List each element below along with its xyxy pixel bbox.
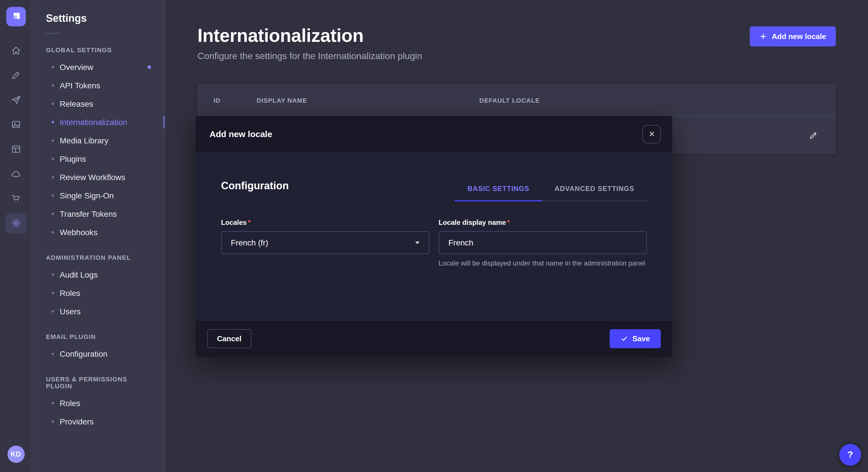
save-button-label: Save bbox=[632, 334, 650, 343]
display-name-label: Locale display name* bbox=[439, 218, 647, 227]
chevron-down-icon bbox=[414, 239, 421, 246]
tab-advanced-settings[interactable]: ADVANCED SETTINGS bbox=[542, 178, 647, 201]
close-icon[interactable] bbox=[642, 125, 661, 143]
help-button[interactable]: ? bbox=[839, 444, 861, 466]
locales-label: Locales* bbox=[221, 218, 429, 227]
locale-form: Locales* French (fr) Locale display name… bbox=[221, 218, 647, 268]
modal-body: Configuration BASIC SETTINGS ADVANCED SE… bbox=[196, 153, 672, 320]
cancel-button[interactable]: Cancel bbox=[207, 329, 251, 348]
display-name-field: Locale display name* Locale will be disp… bbox=[439, 218, 647, 268]
configuration-row: Configuration BASIC SETTINGS ADVANCED SE… bbox=[221, 178, 647, 201]
modal-header: Add new locale bbox=[196, 116, 672, 153]
locales-label-text: Locales bbox=[221, 218, 247, 227]
required-asterisk: * bbox=[507, 218, 510, 227]
screen: KD Settings GLOBAL SETTINGS Overview API… bbox=[0, 0, 868, 472]
required-asterisk: * bbox=[248, 218, 250, 227]
settings-tabs: BASIC SETTINGS ADVANCED SETTINGS bbox=[455, 178, 647, 201]
locales-select[interactable]: French (fr) bbox=[221, 231, 429, 254]
configuration-title: Configuration bbox=[221, 180, 289, 201]
locales-select-value: French (fr) bbox=[231, 238, 268, 247]
modal-title: Add new locale bbox=[210, 129, 272, 139]
add-locale-modal: Add new locale Configuration BASIC SETTI… bbox=[196, 116, 672, 357]
locales-field: Locales* French (fr) bbox=[221, 218, 429, 268]
strapi-admin-app: KD Settings GLOBAL SETTINGS Overview API… bbox=[0, 0, 868, 472]
locale-display-name-input[interactable] bbox=[439, 231, 647, 254]
check-icon bbox=[620, 335, 628, 342]
tab-basic-settings[interactable]: BASIC SETTINGS bbox=[455, 178, 542, 201]
modal-footer: Cancel Save bbox=[196, 320, 672, 357]
display-name-label-text: Locale display name bbox=[439, 218, 506, 227]
display-name-hint: Locale will be displayed under that name… bbox=[439, 259, 647, 268]
save-button[interactable]: Save bbox=[609, 329, 661, 348]
question-mark-icon: ? bbox=[847, 450, 853, 460]
